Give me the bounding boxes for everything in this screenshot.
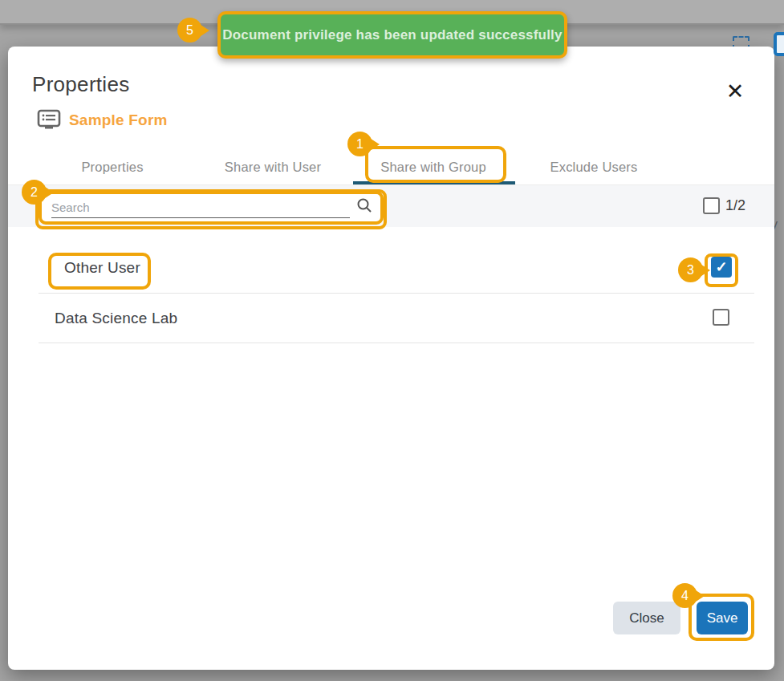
close-icon[interactable]: ✕ [721, 77, 749, 106]
background-blue-chip [774, 32, 784, 56]
group-checkbox-unchecked[interactable] [713, 309, 729, 326]
form-name: Sample Form [69, 111, 168, 129]
properties-dialog: Properties ✕ Sample Form Properties Shar… [8, 47, 774, 670]
search-icon [356, 197, 372, 213]
form-header: Sample Form [37, 109, 168, 131]
step-badge-1: 1 [347, 132, 372, 156]
search-field-wrapper [39, 191, 384, 225]
tab-bar: Properties Share with User Share with Gr… [32, 151, 674, 183]
selection-count: 1/2 [725, 197, 745, 214]
select-all-control: 1/2 [703, 197, 745, 214]
row-divider [39, 343, 754, 343]
toast-message: Document privilege has been updated succ… [222, 27, 562, 43]
step-badge-2: 2 [22, 180, 47, 205]
group-name: Other User [64, 259, 140, 277]
select-all-checkbox[interactable] [703, 197, 720, 214]
dialog-title: Properties [32, 72, 130, 97]
step-badge-4: 4 [672, 583, 697, 608]
close-button[interactable]: Close [613, 602, 680, 634]
group-row-data-science-lab[interactable]: Data Science Lab [8, 294, 774, 343]
step-badge-5: 5 [177, 18, 202, 43]
search-input[interactable] [51, 197, 350, 218]
screen: sy Document privilege has been updated s… [0, 0, 784, 681]
tab-properties[interactable]: Properties [32, 151, 193, 183]
group-name: Data Science Lab [55, 310, 177, 327]
success-toast: Document privilege has been updated succ… [217, 11, 567, 59]
group-checkbox-checked[interactable]: ✓ [711, 257, 732, 278]
tab-exclude-users[interactable]: Exclude Users [514, 151, 674, 183]
tab-share-with-group[interactable]: Share with Group [353, 151, 514, 183]
step-badge-3: 3 [678, 257, 703, 282]
group-row-other-user[interactable]: Other User ✓ [8, 241, 774, 294]
checkmark-icon: ✓ [715, 258, 727, 276]
tab-share-with-user[interactable]: Share with User [193, 151, 353, 183]
form-display-icon [37, 109, 61, 131]
save-button[interactable]: Save [697, 602, 748, 634]
